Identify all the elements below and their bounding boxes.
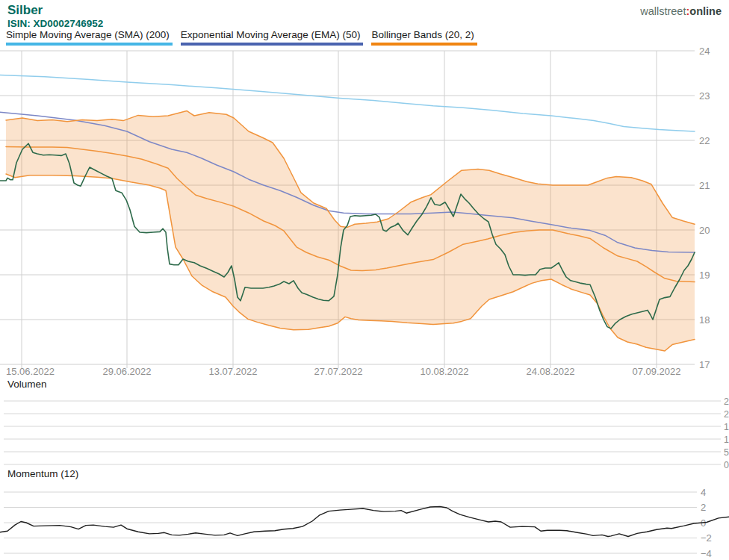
svg-text:13.07.2022: 13.07.2022 (208, 366, 257, 377)
legend-item-bollinger[interactable]: Bollinger Bands (20, 2) (371, 29, 477, 46)
svg-text:29.06.2022: 29.06.2022 (102, 366, 151, 377)
legend-item-sma[interactable]: Simple Moving Average (SMA) (200) (6, 29, 173, 46)
header: Silber ISIN: XD0002746952 (7, 3, 103, 30)
main-chart: 242322212019181715.06.202229.06.202213.0… (0, 46, 710, 378)
svg-text:17: 17 (699, 359, 710, 370)
svg-text:4: 4 (701, 487, 706, 498)
momentum-chart: 420−2−4 (0, 487, 729, 559)
svg-text:18: 18 (699, 314, 710, 326)
svg-text:2: 2 (701, 502, 706, 513)
isin-label: ISIN: XD0002746952 (7, 18, 103, 30)
svg-text:22: 22 (699, 135, 710, 146)
legend-item-ema[interactable]: Exponential Moving Average (EMA) (50) (181, 29, 364, 46)
svg-text:1: 1 (724, 435, 729, 445)
svg-text:07.09.2022: 07.09.2022 (632, 366, 680, 377)
brand-logo: wallstreet:online (640, 5, 722, 17)
svg-text:21: 21 (699, 180, 710, 191)
svg-text:27.07.2022: 27.07.2022 (314, 366, 362, 377)
momentum-section-title: Momentum (12) (7, 468, 78, 479)
legend-item-ema-label: Exponential Moving Average (EMA) (50) (181, 29, 361, 40)
svg-text:23: 23 (699, 90, 710, 102)
svg-text:10.08.2022: 10.08.2022 (420, 366, 468, 377)
volume-section-title: Volumen (7, 379, 47, 390)
svg-text:5: 5 (724, 447, 729, 458)
svg-text:20: 20 (699, 225, 710, 236)
svg-text:19: 19 (699, 270, 710, 281)
svg-text:−4: −4 (701, 548, 712, 559)
svg-text:24: 24 (699, 46, 710, 57)
svg-text:15.06.2022: 15.06.2022 (6, 366, 55, 377)
legend-item-sma-label: Simple Moving Average (SMA) (200) (6, 29, 170, 40)
svg-text:2: 2 (724, 396, 729, 407)
chart-canvas[interactable]: 242322212019181715.06.202229.06.202213.0… (0, 0, 729, 560)
svg-text:2: 2 (724, 409, 729, 420)
svg-text:24.08.2022: 24.08.2022 (526, 366, 574, 377)
svg-text:1: 1 (724, 422, 729, 432)
svg-text:−2: −2 (701, 532, 712, 544)
svg-text:0: 0 (724, 460, 729, 470)
brand-logo-part2: online (689, 5, 722, 17)
legend-item-bollinger-label: Bollinger Bands (20, 2) (371, 29, 474, 40)
page-title: Silber (7, 3, 103, 18)
indicator-legend: Simple Moving Average (SMA) (200) Expone… (6, 29, 477, 46)
volume-chart: 221150 (4, 396, 729, 470)
brand-logo-part1: wallstreet (640, 5, 686, 17)
